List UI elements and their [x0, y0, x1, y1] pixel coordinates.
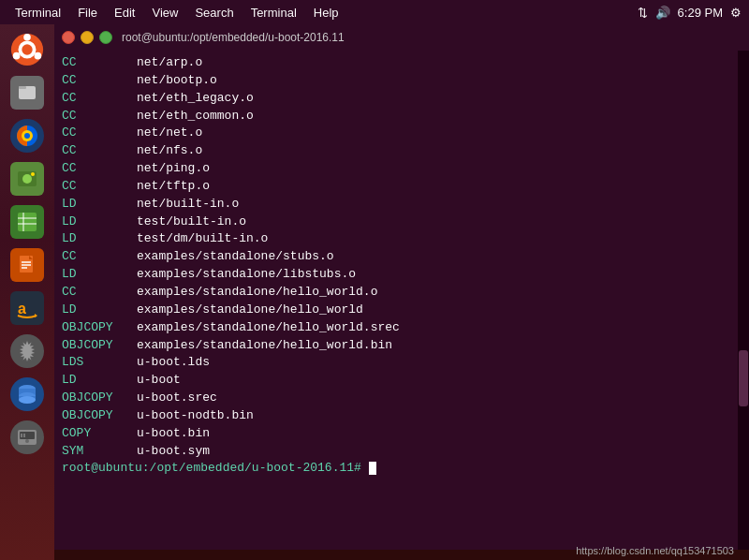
path-cell: u-boot.lds — [137, 354, 210, 372]
table-row: OBJCOPYu-boot-nodtb.bin — [62, 407, 742, 425]
path-cell: net/built-in.o — [137, 196, 239, 214]
terminal-window: root@ubuntu:/opt/embedded/u-boot-2016.11… — [54, 24, 749, 550]
terminal-title: root@ubuntu:/opt/embedded/u-boot-2016.11 — [122, 31, 345, 44]
table-row: LDexamples/standalone/hello_world — [62, 302, 742, 319]
sidebar-icon-settings[interactable] — [7, 332, 47, 371]
scrollbar-thumb[interactable] — [739, 350, 748, 406]
table-row: COPYu-boot.bin — [62, 425, 742, 443]
cmd-cell: CC — [62, 54, 137, 72]
svg-point-12 — [31, 172, 35, 176]
table-row: LDtest/dm/built-in.o — [62, 230, 742, 248]
path-cell: u-boot.sym — [137, 443, 210, 461]
menu-bar: Terminal File Edit View Search Terminal … — [0, 0, 749, 24]
menu-terminal[interactable]: Terminal — [7, 4, 68, 22]
sidebar-icon-photos[interactable] — [7, 159, 47, 199]
sidebar-icon-firefox[interactable] — [7, 116, 47, 155]
path-cell: net/ping.o — [137, 160, 210, 178]
table-row: OBJCOPYu-boot.srec — [62, 390, 742, 407]
cmd-cell: CC — [62, 178, 137, 196]
cmd-cell: OBJCOPY — [62, 407, 137, 425]
cmd-cell: LDS — [62, 354, 137, 372]
menu-search[interactable]: Search — [187, 4, 241, 22]
sidebar-icon-files[interactable] — [7, 73, 47, 112]
menu-edit[interactable]: Edit — [107, 4, 142, 22]
path-cell: u-boot.srec — [137, 390, 217, 407]
terminal-titlebar: root@ubuntu:/opt/embedded/u-boot-2016.11 — [54, 24, 749, 51]
cmd-cell: LD — [62, 196, 137, 214]
svg-rect-6 — [19, 86, 26, 89]
minimize-button[interactable] — [81, 31, 94, 44]
table-row: CCnet/nfs.o — [62, 142, 742, 160]
path-cell: net/net.o — [137, 125, 202, 142]
path-cell: u-boot — [137, 372, 181, 390]
path-cell: examples/standalone/libstubs.o — [137, 266, 356, 284]
sidebar-icon-disk[interactable] — [7, 418, 47, 457]
cmd-cell: CC — [62, 248, 137, 266]
sidebar-icon-amazon[interactable]: a — [7, 288, 47, 328]
path-cell: examples/standalone/hello_world.o — [137, 284, 377, 302]
cursor — [369, 462, 376, 475]
svg-point-11 — [22, 174, 32, 184]
cmd-cell: OBJCOPY — [62, 337, 137, 355]
path-cell: u-boot-nodtb.bin — [137, 407, 254, 425]
settings-icon[interactable]: ⚙ — [730, 6, 742, 20]
close-button[interactable] — [62, 31, 75, 44]
sidebar-icon-ubuntu[interactable] — [7, 30, 47, 69]
sidebar-icon-database[interactable] — [7, 375, 47, 414]
volume-icon: 🔊 — [655, 6, 670, 20]
cmd-cell: LD — [62, 266, 137, 284]
svg-point-4 — [13, 52, 21, 60]
svg-point-27 — [19, 396, 36, 404]
svg-rect-13 — [18, 213, 37, 231]
table-row: LDnet/built-in.o — [62, 196, 742, 214]
cmd-cell: CC — [62, 72, 137, 90]
cmd-cell: CC — [62, 142, 137, 160]
cmd-cell: CC — [62, 108, 137, 125]
menu-help[interactable]: Help — [306, 4, 346, 22]
sidebar-icon-document[interactable] — [7, 245, 47, 285]
table-row: CCnet/tftp.o — [62, 178, 742, 196]
cmd-cell: CC — [62, 90, 137, 108]
svg-point-9 — [24, 133, 30, 139]
svg-text:a: a — [18, 301, 26, 317]
network-icon: ⇅ — [638, 6, 648, 20]
path-cell: examples/standalone/hello_world — [137, 302, 363, 319]
menu-file[interactable]: File — [70, 4, 105, 22]
table-row: LDu-boot — [62, 372, 742, 390]
table-row: LDSu-boot.lds — [62, 354, 742, 372]
cmd-cell: LD — [62, 214, 137, 231]
table-row: LDexamples/standalone/libstubs.o — [62, 266, 742, 284]
maximize-button[interactable] — [99, 31, 112, 44]
cmd-cell: CC — [62, 284, 137, 302]
prompt-line: root@ubuntu:/opt/embedded/u-boot-2016.11… — [62, 460, 742, 478]
cmd-cell: COPY — [62, 425, 137, 443]
path-cell: test/dm/built-in.o — [137, 230, 268, 248]
scrollbar[interactable] — [738, 51, 749, 550]
clock: 6:29 PM — [678, 6, 723, 20]
path-cell: net/eth_legacy.o — [137, 90, 254, 108]
table-row: CCnet/bootp.o — [62, 72, 742, 90]
cmd-cell: OBJCOPY — [62, 319, 137, 337]
cmd-cell: LD — [62, 372, 137, 390]
table-row: SYMu-boot.sym — [62, 443, 742, 461]
path-cell: u-boot.bin — [137, 425, 210, 443]
table-row: CCnet/net.o — [62, 125, 742, 142]
cmd-cell: CC — [62, 125, 137, 142]
cmd-cell: LD — [62, 230, 137, 248]
sidebar-icon-spreadsheet[interactable] — [7, 202, 47, 242]
path-cell: examples/standalone/hello_world.srec — [137, 319, 400, 337]
path-cell: net/arp.o — [137, 54, 202, 72]
menu-view[interactable]: View — [144, 4, 185, 22]
path-cell: net/eth_common.o — [137, 108, 254, 125]
terminal-content[interactable]: CCnet/arp.oCCnet/bootp.oCCnet/eth_legacy… — [54, 51, 749, 550]
table-row: CCnet/ping.o — [62, 160, 742, 178]
table-row: CCnet/eth_common.o — [62, 108, 742, 125]
cmd-cell: CC — [62, 160, 137, 178]
table-row: CCexamples/standalone/hello_world.o — [62, 284, 742, 302]
sidebar: a — [0, 24, 54, 560]
svg-point-30 — [25, 439, 29, 443]
path-cell: test/built-in.o — [137, 214, 246, 231]
cmd-cell: SYM — [62, 443, 137, 461]
path-cell: net/bootp.o — [137, 72, 217, 90]
menu-terminal2[interactable]: Terminal — [243, 4, 304, 22]
